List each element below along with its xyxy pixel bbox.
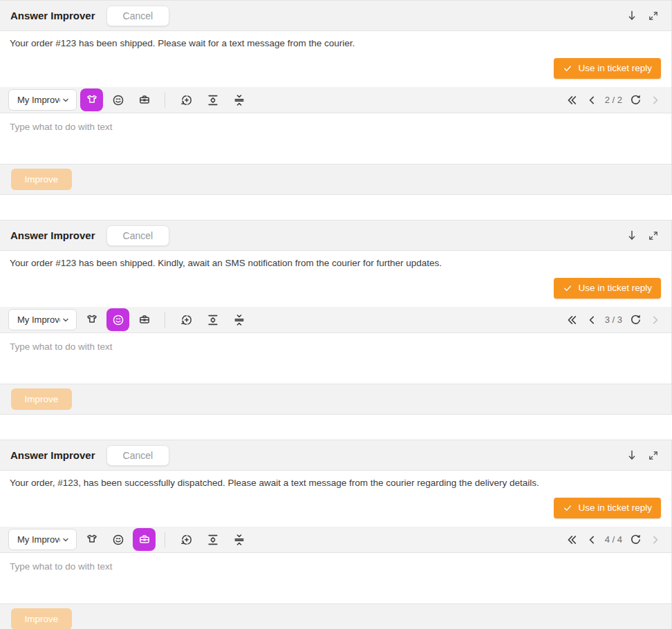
- first-page-icon[interactable]: [563, 312, 580, 328]
- style-buttons: [77, 308, 156, 331]
- rephrase-icon[interactable]: [175, 88, 198, 111]
- check-icon: [563, 283, 572, 293]
- header-actions: [624, 447, 661, 464]
- professional-briefcase-icon[interactable]: [133, 308, 156, 331]
- answer-improver-panel: Answer Improver Cancel Your order #123 h…: [0, 0, 672, 195]
- friendly-smiley-icon[interactable]: [106, 88, 129, 111]
- use-in-ticket-reply-button[interactable]: Use in ticket reply: [554, 498, 661, 518]
- answer-text: Your order #123 has been shipped. Kindly…: [10, 257, 662, 270]
- check-icon: [563, 503, 572, 513]
- page-indicator: 3 / 3: [605, 314, 622, 325]
- answer-text: Your order #123 has been shipped. Please…: [10, 37, 662, 50]
- page-title: Answer Improver: [10, 449, 95, 461]
- answer-improver-panel: Answer Improver Cancel Your order #123 h…: [0, 220, 672, 415]
- page-title: Answer Improver: [10, 229, 95, 241]
- panel-footer: Improve: [0, 603, 671, 629]
- refresh-icon[interactable]: [628, 532, 644, 547]
- style-buttons: [77, 528, 156, 551]
- page-indicator: 2 / 2: [605, 95, 622, 105]
- casual-tshirt-icon[interactable]: [80, 528, 103, 551]
- check-icon: [563, 64, 572, 73]
- panel-footer: Improve: [0, 384, 671, 414]
- improve-button[interactable]: Improve: [11, 388, 72, 410]
- lengthen-icon[interactable]: [201, 88, 224, 111]
- professional-briefcase-icon[interactable]: [133, 88, 156, 111]
- use-in-ticket-reply-button[interactable]: Use in ticket reply: [554, 58, 661, 79]
- shorten-icon[interactable]: [227, 528, 250, 551]
- rephrase-icon[interactable]: [175, 308, 198, 331]
- answer-content: Your order #123 has been shipped. Kindly…: [0, 251, 671, 307]
- improver-select[interactable]: My Improver: [8, 529, 77, 550]
- first-page-icon[interactable]: [563, 532, 580, 548]
- variant-pager: 3 / 3: [563, 312, 663, 328]
- style-buttons: [77, 88, 156, 111]
- download-icon[interactable]: [624, 227, 640, 244]
- variant-pager: 4 / 4: [563, 532, 663, 548]
- cancel-button[interactable]: Cancel: [106, 6, 170, 26]
- refresh-icon[interactable]: [628, 312, 644, 328]
- prompt-input[interactable]: [0, 553, 671, 603]
- prompt-input[interactable]: [0, 333, 671, 384]
- prev-page-icon[interactable]: [584, 312, 599, 328]
- lengthen-icon[interactable]: [201, 528, 224, 551]
- refresh-icon[interactable]: [628, 92, 644, 108]
- chevron-down-icon: [60, 95, 71, 106]
- chevron-down-icon: [60, 314, 71, 326]
- next-page-icon[interactable]: [648, 532, 663, 547]
- prev-page-icon[interactable]: [584, 93, 599, 108]
- rephrase-icon[interactable]: [175, 528, 198, 551]
- answer-content: Your order, #123, has been successfully …: [0, 471, 671, 527]
- style-toolbar: My Improver 3 / 3: [0, 307, 671, 333]
- improve-button[interactable]: Improve: [11, 608, 72, 629]
- answer-improver-panel: Answer Improver Cancel Your order, #123,…: [0, 440, 672, 629]
- improve-button[interactable]: Improve: [11, 169, 72, 190]
- page-title: Answer Improver: [10, 10, 95, 21]
- improver-select[interactable]: My Improver: [8, 89, 77, 111]
- toolbar-divider: [165, 93, 165, 108]
- style-toolbar: My Improver 4 / 4: [0, 527, 671, 553]
- page-indicator: 4 / 4: [605, 534, 622, 545]
- next-page-icon[interactable]: [648, 93, 663, 108]
- shorten-icon[interactable]: [227, 308, 250, 331]
- friendly-smiley-icon[interactable]: [106, 528, 129, 551]
- professional-briefcase-icon[interactable]: [133, 528, 156, 551]
- panel-footer: Improve: [0, 164, 671, 194]
- friendly-smiley-icon[interactable]: [106, 308, 129, 331]
- download-icon[interactable]: [624, 447, 640, 464]
- prompt-area: [0, 113, 671, 164]
- style-toolbar: My Improver 2 / 2: [0, 87, 671, 113]
- expand-icon[interactable]: [646, 8, 661, 24]
- panel-header: Answer Improver Cancel: [0, 220, 671, 251]
- chevron-down-icon: [60, 534, 71, 545]
- casual-tshirt-icon[interactable]: [80, 308, 103, 331]
- casual-tshirt-icon[interactable]: [80, 88, 103, 111]
- prev-page-icon[interactable]: [584, 532, 599, 547]
- header-actions: [624, 227, 661, 244]
- cancel-button[interactable]: Cancel: [106, 225, 170, 246]
- expand-icon[interactable]: [646, 448, 661, 463]
- header-actions: [624, 8, 661, 24]
- panel-header: Answer Improver Cancel: [0, 1, 671, 31]
- toolbar-divider: [165, 532, 165, 547]
- panel-header: Answer Improver Cancel: [0, 440, 671, 471]
- first-page-icon[interactable]: [563, 92, 580, 109]
- lengthen-icon[interactable]: [201, 308, 224, 331]
- prompt-area: [0, 553, 671, 603]
- answer-text: Your order, #123, has been successfully …: [10, 477, 662, 490]
- cancel-button[interactable]: Cancel: [106, 445, 170, 466]
- improver-select[interactable]: My Improver: [8, 309, 77, 330]
- next-page-icon[interactable]: [648, 312, 663, 328]
- prompt-input[interactable]: [0, 113, 671, 164]
- answer-content: Your order #123 has been shipped. Please…: [0, 31, 671, 87]
- download-icon[interactable]: [624, 8, 640, 24]
- toolbar-divider: [165, 312, 165, 328]
- prompt-area: [0, 333, 671, 384]
- shorten-icon[interactable]: [227, 88, 250, 111]
- expand-icon[interactable]: [646, 228, 661, 243]
- use-in-ticket-reply-button[interactable]: Use in ticket reply: [554, 278, 661, 299]
- variant-pager: 2 / 2: [563, 92, 663, 109]
